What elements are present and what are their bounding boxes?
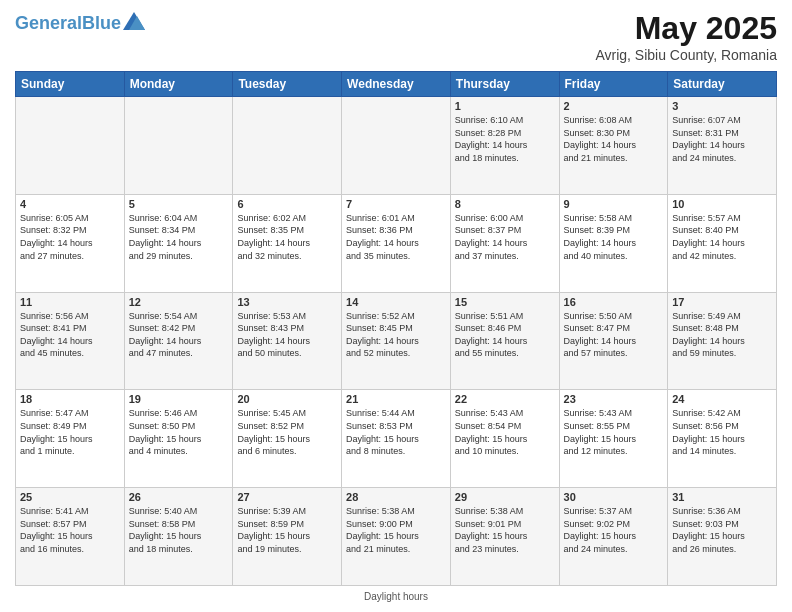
day-info: Sunrise: 6:05 AM Sunset: 8:32 PM Dayligh… bbox=[20, 212, 120, 262]
day-number: 17 bbox=[672, 296, 772, 308]
calendar-cell: 9Sunrise: 5:58 AM Sunset: 8:39 PM Daylig… bbox=[559, 194, 668, 292]
day-number: 26 bbox=[129, 491, 229, 503]
day-info: Sunrise: 6:01 AM Sunset: 8:36 PM Dayligh… bbox=[346, 212, 446, 262]
calendar-cell bbox=[124, 97, 233, 195]
logo: GeneralBlue bbox=[15, 14, 145, 32]
day-info: Sunrise: 5:53 AM Sunset: 8:43 PM Dayligh… bbox=[237, 310, 337, 360]
calendar-cell: 28Sunrise: 5:38 AM Sunset: 9:00 PM Dayli… bbox=[342, 488, 451, 586]
day-info: Sunrise: 5:46 AM Sunset: 8:50 PM Dayligh… bbox=[129, 407, 229, 457]
calendar-cell: 25Sunrise: 5:41 AM Sunset: 8:57 PM Dayli… bbox=[16, 488, 125, 586]
calendar-cell: 13Sunrise: 5:53 AM Sunset: 8:43 PM Dayli… bbox=[233, 292, 342, 390]
calendar-cell: 24Sunrise: 5:42 AM Sunset: 8:56 PM Dayli… bbox=[668, 390, 777, 488]
day-info: Sunrise: 5:58 AM Sunset: 8:39 PM Dayligh… bbox=[564, 212, 664, 262]
calendar-header-wednesday: Wednesday bbox=[342, 72, 451, 97]
day-number: 4 bbox=[20, 198, 120, 210]
day-info: Sunrise: 5:38 AM Sunset: 9:00 PM Dayligh… bbox=[346, 505, 446, 555]
day-number: 30 bbox=[564, 491, 664, 503]
calendar-cell: 23Sunrise: 5:43 AM Sunset: 8:55 PM Dayli… bbox=[559, 390, 668, 488]
day-number: 13 bbox=[237, 296, 337, 308]
day-number: 1 bbox=[455, 100, 555, 112]
day-info: Sunrise: 5:47 AM Sunset: 8:49 PM Dayligh… bbox=[20, 407, 120, 457]
calendar-week-3: 11Sunrise: 5:56 AM Sunset: 8:41 PM Dayli… bbox=[16, 292, 777, 390]
day-number: 22 bbox=[455, 393, 555, 405]
day-info: Sunrise: 6:02 AM Sunset: 8:35 PM Dayligh… bbox=[237, 212, 337, 262]
day-number: 25 bbox=[20, 491, 120, 503]
day-number: 29 bbox=[455, 491, 555, 503]
day-info: Sunrise: 5:43 AM Sunset: 8:55 PM Dayligh… bbox=[564, 407, 664, 457]
footer: Daylight hours bbox=[15, 591, 777, 602]
calendar-table: SundayMondayTuesdayWednesdayThursdayFrid… bbox=[15, 71, 777, 586]
calendar-cell: 31Sunrise: 5:36 AM Sunset: 9:03 PM Dayli… bbox=[668, 488, 777, 586]
day-number: 15 bbox=[455, 296, 555, 308]
subtitle: Avrig, Sibiu County, Romania bbox=[595, 47, 777, 63]
calendar-header-saturday: Saturday bbox=[668, 72, 777, 97]
calendar-cell: 11Sunrise: 5:56 AM Sunset: 8:41 PM Dayli… bbox=[16, 292, 125, 390]
day-info: Sunrise: 5:54 AM Sunset: 8:42 PM Dayligh… bbox=[129, 310, 229, 360]
day-info: Sunrise: 5:43 AM Sunset: 8:54 PM Dayligh… bbox=[455, 407, 555, 457]
header: GeneralBlue May 2025 Avrig, Sibiu County… bbox=[15, 10, 777, 63]
day-info: Sunrise: 5:36 AM Sunset: 9:03 PM Dayligh… bbox=[672, 505, 772, 555]
day-number: 24 bbox=[672, 393, 772, 405]
day-info: Sunrise: 5:42 AM Sunset: 8:56 PM Dayligh… bbox=[672, 407, 772, 457]
day-info: Sunrise: 5:49 AM Sunset: 8:48 PM Dayligh… bbox=[672, 310, 772, 360]
calendar-cell: 3Sunrise: 6:07 AM Sunset: 8:31 PM Daylig… bbox=[668, 97, 777, 195]
calendar-cell: 27Sunrise: 5:39 AM Sunset: 8:59 PM Dayli… bbox=[233, 488, 342, 586]
calendar-cell: 17Sunrise: 5:49 AM Sunset: 8:48 PM Dayli… bbox=[668, 292, 777, 390]
calendar-week-2: 4Sunrise: 6:05 AM Sunset: 8:32 PM Daylig… bbox=[16, 194, 777, 292]
day-number: 27 bbox=[237, 491, 337, 503]
calendar-cell: 15Sunrise: 5:51 AM Sunset: 8:46 PM Dayli… bbox=[450, 292, 559, 390]
calendar-cell: 10Sunrise: 5:57 AM Sunset: 8:40 PM Dayli… bbox=[668, 194, 777, 292]
day-info: Sunrise: 5:41 AM Sunset: 8:57 PM Dayligh… bbox=[20, 505, 120, 555]
calendar-cell: 8Sunrise: 6:00 AM Sunset: 8:37 PM Daylig… bbox=[450, 194, 559, 292]
day-info: Sunrise: 6:04 AM Sunset: 8:34 PM Dayligh… bbox=[129, 212, 229, 262]
calendar-cell: 12Sunrise: 5:54 AM Sunset: 8:42 PM Dayli… bbox=[124, 292, 233, 390]
day-info: Sunrise: 6:08 AM Sunset: 8:30 PM Dayligh… bbox=[564, 114, 664, 164]
calendar-cell: 14Sunrise: 5:52 AM Sunset: 8:45 PM Dayli… bbox=[342, 292, 451, 390]
calendar-cell: 22Sunrise: 5:43 AM Sunset: 8:54 PM Dayli… bbox=[450, 390, 559, 488]
day-number: 10 bbox=[672, 198, 772, 210]
day-number: 5 bbox=[129, 198, 229, 210]
calendar-cell: 2Sunrise: 6:08 AM Sunset: 8:30 PM Daylig… bbox=[559, 97, 668, 195]
logo-icon bbox=[123, 12, 145, 30]
day-info: Sunrise: 5:37 AM Sunset: 9:02 PM Dayligh… bbox=[564, 505, 664, 555]
calendar-header-friday: Friday bbox=[559, 72, 668, 97]
page: GeneralBlue May 2025 Avrig, Sibiu County… bbox=[0, 0, 792, 612]
calendar-cell: 30Sunrise: 5:37 AM Sunset: 9:02 PM Dayli… bbox=[559, 488, 668, 586]
calendar-cell: 26Sunrise: 5:40 AM Sunset: 8:58 PM Dayli… bbox=[124, 488, 233, 586]
calendar-cell: 16Sunrise: 5:50 AM Sunset: 8:47 PM Dayli… bbox=[559, 292, 668, 390]
day-info: Sunrise: 5:38 AM Sunset: 9:01 PM Dayligh… bbox=[455, 505, 555, 555]
calendar-cell bbox=[342, 97, 451, 195]
calendar-header-thursday: Thursday bbox=[450, 72, 559, 97]
day-info: Sunrise: 5:50 AM Sunset: 8:47 PM Dayligh… bbox=[564, 310, 664, 360]
day-number: 12 bbox=[129, 296, 229, 308]
calendar-cell: 4Sunrise: 6:05 AM Sunset: 8:32 PM Daylig… bbox=[16, 194, 125, 292]
day-number: 9 bbox=[564, 198, 664, 210]
day-info: Sunrise: 5:57 AM Sunset: 8:40 PM Dayligh… bbox=[672, 212, 772, 262]
day-number: 6 bbox=[237, 198, 337, 210]
calendar-header-tuesday: Tuesday bbox=[233, 72, 342, 97]
main-title: May 2025 bbox=[595, 10, 777, 47]
calendar-cell: 21Sunrise: 5:44 AM Sunset: 8:53 PM Dayli… bbox=[342, 390, 451, 488]
day-info: Sunrise: 5:52 AM Sunset: 8:45 PM Dayligh… bbox=[346, 310, 446, 360]
calendar-cell: 20Sunrise: 5:45 AM Sunset: 8:52 PM Dayli… bbox=[233, 390, 342, 488]
day-info: Sunrise: 5:51 AM Sunset: 8:46 PM Dayligh… bbox=[455, 310, 555, 360]
day-number: 7 bbox=[346, 198, 446, 210]
calendar-cell: 7Sunrise: 6:01 AM Sunset: 8:36 PM Daylig… bbox=[342, 194, 451, 292]
calendar-cell: 29Sunrise: 5:38 AM Sunset: 9:01 PM Dayli… bbox=[450, 488, 559, 586]
title-block: May 2025 Avrig, Sibiu County, Romania bbox=[595, 10, 777, 63]
calendar-cell: 5Sunrise: 6:04 AM Sunset: 8:34 PM Daylig… bbox=[124, 194, 233, 292]
day-number: 23 bbox=[564, 393, 664, 405]
calendar-header-monday: Monday bbox=[124, 72, 233, 97]
day-info: Sunrise: 5:39 AM Sunset: 8:59 PM Dayligh… bbox=[237, 505, 337, 555]
day-info: Sunrise: 5:56 AM Sunset: 8:41 PM Dayligh… bbox=[20, 310, 120, 360]
calendar-header-row: SundayMondayTuesdayWednesdayThursdayFrid… bbox=[16, 72, 777, 97]
calendar-cell: 18Sunrise: 5:47 AM Sunset: 8:49 PM Dayli… bbox=[16, 390, 125, 488]
calendar-week-5: 25Sunrise: 5:41 AM Sunset: 8:57 PM Dayli… bbox=[16, 488, 777, 586]
day-info: Sunrise: 5:45 AM Sunset: 8:52 PM Dayligh… bbox=[237, 407, 337, 457]
day-info: Sunrise: 6:07 AM Sunset: 8:31 PM Dayligh… bbox=[672, 114, 772, 164]
calendar-cell: 6Sunrise: 6:02 AM Sunset: 8:35 PM Daylig… bbox=[233, 194, 342, 292]
day-number: 14 bbox=[346, 296, 446, 308]
day-info: Sunrise: 6:00 AM Sunset: 8:37 PM Dayligh… bbox=[455, 212, 555, 262]
day-number: 28 bbox=[346, 491, 446, 503]
day-number: 16 bbox=[564, 296, 664, 308]
